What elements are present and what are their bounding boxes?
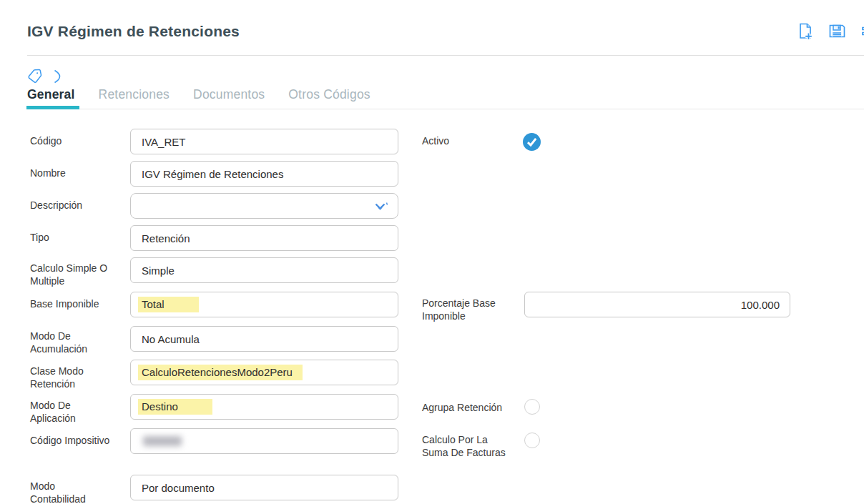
tab-bar: General Retenciones Documentos Otros Cód… bbox=[27, 87, 864, 109]
calculo-por-la-suma-de-facturas-checkbox[interactable] bbox=[524, 433, 540, 448]
chevron-right-icon bbox=[51, 69, 63, 87]
modo-contabilidad-input[interactable]: Por documento bbox=[130, 475, 398, 500]
tab-otros-codigos[interactable]: Otros Códigos bbox=[288, 87, 371, 109]
modo-de-aplicacion-input[interactable]: Destino bbox=[130, 394, 398, 420]
tab-documentos[interactable]: Documentos bbox=[193, 87, 266, 109]
tipo-value: Retención bbox=[142, 232, 190, 244]
base-imponible-input[interactable]: Total bbox=[130, 292, 398, 317]
modo-de-acumulacion-label: Modo De Acumulación bbox=[30, 330, 110, 355]
clipped-action-button[interactable] bbox=[860, 21, 864, 41]
codigo-input[interactable]: IVA_RET bbox=[130, 129, 398, 154]
base-imponible-label: Base Imponible bbox=[30, 297, 110, 310]
page-title: IGV Régimen de Retenciones bbox=[27, 23, 240, 40]
modo-de-aplicacion-value: Destino bbox=[138, 399, 212, 415]
toolbar bbox=[795, 21, 864, 41]
modo-de-acumulacion-value: No Acumula bbox=[142, 333, 200, 345]
base-imponible-value: Total bbox=[138, 297, 199, 312]
agrupa-retencion-label: Agrupa Retención bbox=[422, 401, 506, 414]
nombre-input[interactable]: IGV Régimen de Retenciones bbox=[130, 161, 398, 187]
codigo-impositivo-input[interactable] bbox=[130, 428, 398, 454]
activo-checkbox[interactable] bbox=[523, 133, 541, 151]
codigo-label: Código bbox=[30, 134, 110, 147]
calculo-simple-o-multiple-label: Calculo Simple O Multiple bbox=[30, 262, 110, 287]
clipped-action-icon bbox=[860, 32, 864, 43]
calculo-simple-o-multiple-value: Simple bbox=[142, 265, 175, 277]
save-button[interactable] bbox=[828, 21, 847, 41]
modo-de-acumulacion-input[interactable]: No Acumula bbox=[130, 326, 398, 352]
codigo-impositivo-redacted-value bbox=[143, 436, 182, 446]
porcentaje-base-imponible-input[interactable]: 100.000 bbox=[524, 292, 790, 317]
app-window: IGV Régimen de Retenciones bbox=[0, 0, 864, 504]
clase-modo-retencion-value: CalculoRetencionesModo2Peru bbox=[138, 365, 303, 380]
clase-modo-retencion-label: Clase Modo Retención bbox=[30, 365, 110, 390]
new-document-icon bbox=[795, 32, 815, 43]
porcentaje-base-imponible-label: Porcentaje Base Imponible bbox=[422, 297, 506, 322]
title-divider bbox=[27, 55, 864, 56]
tipo-label: Tipo bbox=[30, 231, 110, 244]
breadcrumb bbox=[27, 68, 63, 87]
chevron-down-icon[interactable] bbox=[374, 202, 388, 214]
descripcion-input[interactable] bbox=[130, 193, 398, 219]
codigo-value: IVA_RET bbox=[142, 136, 185, 148]
calculo-por-la-suma-de-facturas-label: Calculo Por La Suma De Facturas bbox=[422, 433, 506, 459]
porcentaje-base-imponible-value: 100.000 bbox=[741, 299, 780, 311]
tab-general[interactable]: General bbox=[27, 87, 77, 109]
tipo-input[interactable]: Retención bbox=[130, 225, 398, 251]
tag-icon[interactable] bbox=[27, 68, 44, 87]
calculo-simple-o-multiple-input[interactable]: Simple bbox=[130, 257, 398, 283]
nombre-label: Nombre bbox=[30, 167, 110, 179]
descripcion-label: Descripción bbox=[30, 199, 110, 212]
save-icon bbox=[828, 32, 847, 43]
modo-de-aplicacion-label: Modo De Aplicación bbox=[30, 399, 110, 425]
clase-modo-retencion-input[interactable]: CalculoRetencionesModo2Peru bbox=[130, 360, 398, 385]
tab-retenciones[interactable]: Retenciones bbox=[99, 87, 171, 109]
agrupa-retencion-checkbox[interactable] bbox=[524, 399, 540, 415]
new-document-button[interactable] bbox=[795, 21, 815, 41]
modo-contabilidad-label: Modo Contabilidad bbox=[30, 480, 110, 504]
codigo-impositivo-label: Código Impositivo bbox=[30, 434, 110, 447]
activo-label: Activo bbox=[422, 134, 506, 147]
modo-contabilidad-value: Por documento bbox=[142, 482, 215, 494]
nombre-value: IGV Régimen de Retenciones bbox=[142, 168, 283, 180]
